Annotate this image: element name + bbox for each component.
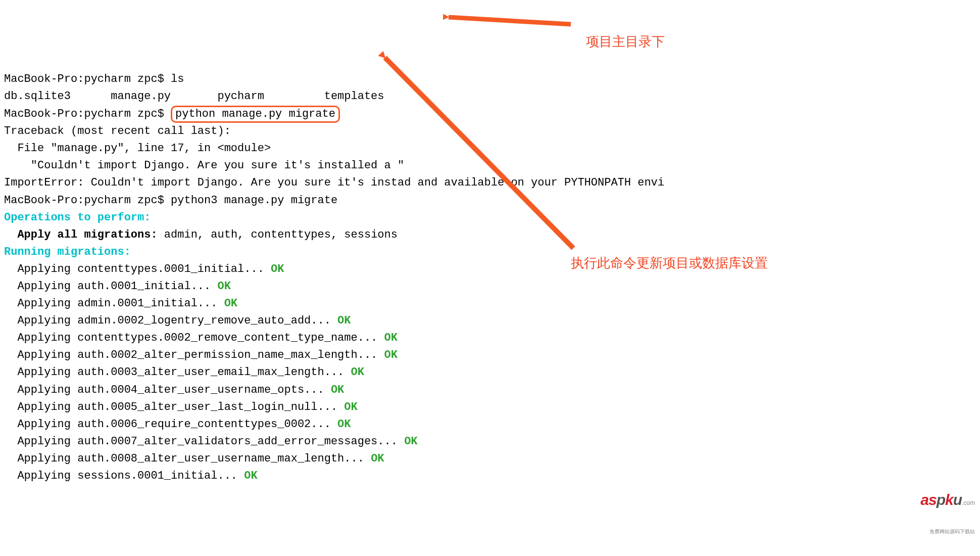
ok-status: OK <box>344 401 357 413</box>
command-python3: python3 manage.py migrate <box>171 194 337 207</box>
migration-line: Applying auth.0003_alter_user_email_max_… <box>4 366 351 379</box>
ok-status: OK <box>337 418 351 431</box>
highlighted-command: python manage.py migrate <box>171 106 340 123</box>
terminal-output: MacBook-Pro:pycharm zpc$ ls db.sqlite3 m… <box>4 71 976 485</box>
migration-line: Applying auth.0002_alter_permission_name… <box>4 349 384 361</box>
ok-status: OK <box>351 366 364 379</box>
watermark-brand: aspku <box>920 491 962 508</box>
traceback-line: File "manage.py", line 17, in <module> <box>4 142 271 155</box>
watermark-domain: .com <box>962 499 975 506</box>
ok-status: OK <box>337 314 351 327</box>
migration-line: Applying auth.0007_alter_validators_add_… <box>4 435 404 448</box>
svg-line-0 <box>449 17 571 24</box>
ls-output: db.sqlite3 manage.py pycharm templates <box>4 90 384 103</box>
migration-line: Applying contenttypes.0001_initial... <box>4 263 271 275</box>
migration-line: Applying admin.0001_initial... <box>4 297 224 310</box>
migration-line: Applying auth.0001_initial... <box>4 280 217 293</box>
ok-status: OK <box>271 263 284 275</box>
command-ls: ls <box>171 73 184 85</box>
ok-status: OK <box>384 349 398 361</box>
annotation-label-1: 项目主目录下 <box>586 31 665 52</box>
traceback-line: "Couldn't import Django. Are you sure it… <box>4 159 391 172</box>
apply-all-list: admin, auth, contenttypes, sessions <box>164 228 398 241</box>
prompt: MacBook-Pro:pycharm zpc$ <box>4 194 171 207</box>
ok-status: OK <box>224 297 237 310</box>
migration-line: Applying auth.0006_require_contenttypes_… <box>4 418 337 431</box>
migration-line: Applying auth.0008_alter_user_username_m… <box>4 452 371 465</box>
migration-line: Applying contenttypes.0002_remove_conten… <box>4 332 384 344</box>
operations-header: Operations to perform: <box>4 211 151 224</box>
migration-line: Applying auth.0004_alter_user_username_o… <box>4 384 331 396</box>
annotation-label-2: 执行此命令更新项目或数据库设置 <box>571 253 768 273</box>
traceback-header: Traceback (most recent call last): <box>4 125 231 137</box>
watermark: aspku.com 免费网站源码下载站 <box>914 471 975 553</box>
apply-all-label: Apply all migrations: <box>4 228 164 241</box>
traceback-line-tail: " <box>391 159 404 172</box>
prompt: MacBook-Pro:pycharm zpc$ <box>4 108 171 120</box>
running-header: Running migrations: <box>4 246 131 258</box>
migration-line: Applying admin.0002_logentry_remove_auto… <box>4 314 337 327</box>
ok-status: OK <box>244 470 257 482</box>
import-error-line: ImportError: Couldn't import Django. Are… <box>4 176 404 189</box>
migration-line: Applying auth.0005_alter_user_last_login… <box>4 401 344 413</box>
ok-status: OK <box>384 332 398 344</box>
import-error-tail: d and available on your PYTHONPATH envi <box>404 176 664 189</box>
arrow-icon <box>439 3 581 38</box>
migration-line: Applying sessions.0001_initial... <box>4 470 244 482</box>
ok-status: OK <box>331 384 344 396</box>
ok-status: OK <box>404 435 417 448</box>
watermark-tagline: 免费网站源码下载站 <box>914 528 975 536</box>
ok-status: OK <box>371 452 384 465</box>
prompt: MacBook-Pro:pycharm zpc$ <box>4 73 171 85</box>
ok-status: OK <box>217 280 230 293</box>
